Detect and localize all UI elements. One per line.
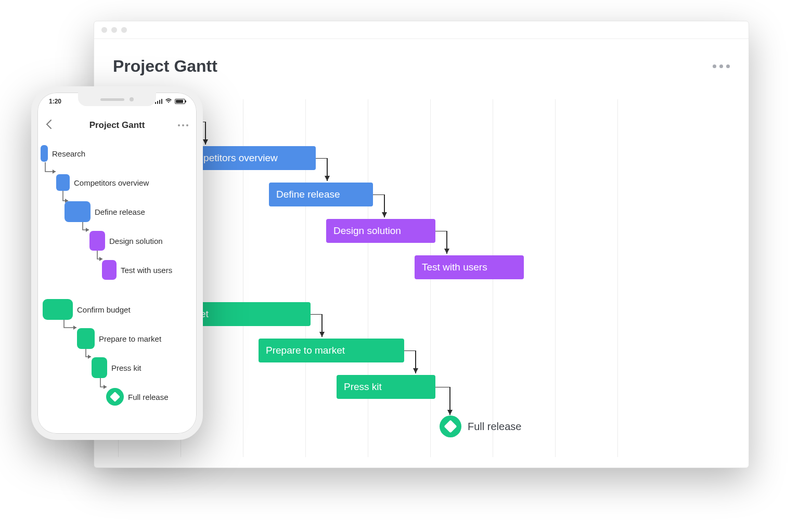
gantt-bar-prepare-market[interactable]: Prepare to market — [77, 328, 161, 349]
gantt-bar-label: Define release — [276, 189, 340, 200]
traffic-light-min-icon[interactable] — [111, 27, 117, 33]
gantt-bar-label: Design solution — [109, 237, 163, 245]
phone-app-header: Project Gantt — [37, 114, 197, 136]
svg-marker-0 — [203, 139, 208, 145]
back-button[interactable] — [46, 120, 52, 132]
phone-gantt-chart[interactable]: Research Competitors overview Define rel… — [40, 142, 195, 425]
svg-marker-2 — [382, 212, 387, 217]
battery-icon — [175, 99, 185, 104]
phone-statusbar: 1:20 — [49, 98, 185, 105]
gantt-bar-label: Research — [52, 149, 85, 158]
phone-page-title: Project Gantt — [89, 120, 145, 131]
gantt-bar-label: Test with users — [422, 262, 487, 273]
svg-marker-9 — [86, 228, 89, 232]
milestone-icon — [106, 388, 124, 406]
more-menu-button[interactable] — [713, 64, 730, 68]
svg-marker-6 — [447, 410, 453, 415]
traffic-light-close-icon[interactable] — [101, 27, 107, 33]
svg-marker-11 — [73, 326, 76, 330]
svg-marker-3 — [444, 249, 449, 254]
svg-marker-4 — [319, 332, 325, 337]
gantt-bar-label: Press kit — [111, 364, 141, 372]
svg-marker-5 — [413, 368, 418, 373]
gantt-chart[interactable]: Research Competitors overview Define rel… — [113, 99, 730, 457]
gantt-bar-label: Competitors overview — [74, 178, 149, 187]
gantt-milestone-full-release[interactable]: Full release — [440, 416, 521, 437]
window-titlebar — [94, 21, 749, 39]
milestone-icon — [440, 416, 461, 437]
gantt-bar-define-release[interactable]: Define release — [65, 201, 145, 223]
gantt-bar-prepare-market[interactable]: Prepare to market — [259, 339, 404, 362]
gantt-bar-test-users[interactable]: Test with users — [415, 255, 524, 279]
gantt-bar-label: Define release — [95, 207, 145, 216]
gantt-bar-label: Test with users — [121, 266, 172, 275]
phone-time: 1:20 — [49, 98, 61, 105]
signal-icon — [155, 99, 163, 104]
traffic-light-max-icon[interactable] — [121, 27, 127, 33]
gantt-bar-research[interactable]: Research — [41, 142, 85, 164]
phone-more-button[interactable] — [178, 124, 188, 126]
gantt-bar-design[interactable]: Design solution — [89, 230, 163, 252]
gantt-bar-confirm-budget[interactable]: Confirm budget — [43, 299, 131, 320]
gantt-bar-label: Prepare to market — [266, 345, 345, 356]
gantt-bar-press-kit[interactable]: Press kit — [92, 357, 141, 379]
svg-marker-7 — [53, 170, 56, 174]
page-title: Project Gantt — [113, 57, 217, 76]
svg-marker-1 — [325, 176, 330, 181]
milestone-label: Full release — [468, 421, 521, 433]
gantt-milestone-full-release[interactable]: Full release — [106, 386, 169, 408]
gantt-bar-design[interactable]: Design solution — [326, 219, 435, 243]
milestone-label: Full release — [128, 393, 169, 401]
svg-marker-12 — [88, 355, 91, 359]
gantt-bar-label: Press kit — [344, 381, 382, 393]
gantt-bar-define-release[interactable]: Define release — [269, 183, 373, 206]
gantt-bar-label: Prepare to market — [99, 334, 161, 343]
gantt-bar-press-kit[interactable]: Press kit — [337, 375, 435, 399]
gantt-bar-label: Design solution — [333, 225, 401, 237]
wifi-icon — [165, 98, 172, 105]
gantt-bar-label: Confirm budget — [77, 305, 131, 314]
gantt-bar-competitors[interactable]: Competitors overview — [56, 172, 149, 193]
gantt-bar-test-users[interactable]: Test with users — [102, 259, 172, 281]
phone-mockup: 1:20 Project Gantt — [31, 86, 203, 440]
